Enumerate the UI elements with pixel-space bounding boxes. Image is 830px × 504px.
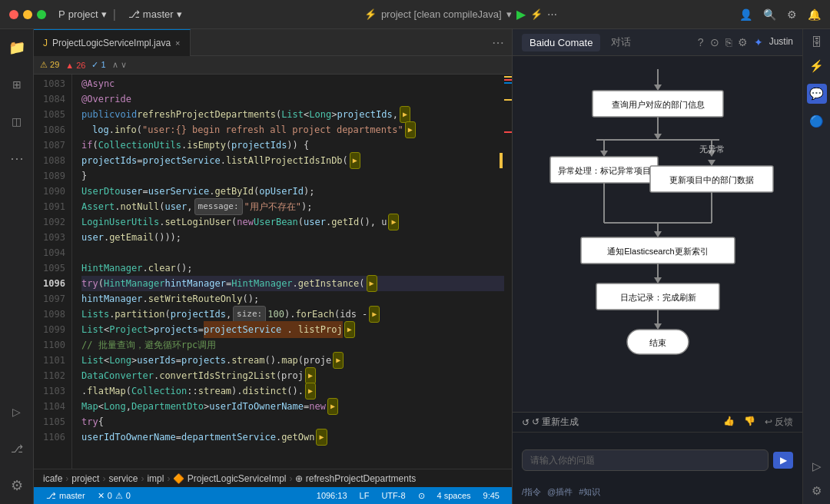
breadcrumb-item[interactable]: impl — [147, 473, 164, 484]
code-line: DataConverter . convertIdsString2List (p… — [81, 368, 504, 383]
settings-icon[interactable]: ⚙ — [787, 8, 797, 21]
code-line: LoginUserUtils . setLoginUser ( new User… — [81, 214, 504, 230]
git-branch-status[interactable]: ⎇ master — [40, 487, 91, 504]
flowchart-area: 查询用户对应的部门信息 异常处理：标记异常项目 无异常 — [513, 56, 802, 412]
line-ending[interactable]: LF — [354, 487, 376, 504]
close-button[interactable] — [9, 10, 18, 19]
tab-more-button[interactable]: ⋯ — [484, 35, 512, 50]
minimize-button[interactable] — [23, 10, 32, 19]
title-bar: P project ▾ | ⎇ master ▾ ⚡ project [clea… — [0, 0, 830, 29]
notification-bell-icon[interactable]: 🔔 — [808, 8, 821, 21]
sidebar-item-components[interactable]: ◫ — [5, 109, 29, 134]
status-bar: ⎇ master ✕ 0 ⚠ 0 1096:13 LF UTF-8 ⊙ — [34, 487, 512, 504]
run-button[interactable]: ▶ — [516, 7, 526, 22]
breadcrumb-item[interactable]: project — [71, 473, 99, 484]
right-bottom: ↺ ↺ 重新生成 👍 👎 ↩ 反馈 ▶ /指令 — [513, 412, 802, 504]
debug-icon[interactable]: ⚡ — [530, 8, 543, 20]
thumbs-up-button[interactable]: 👍 — [723, 416, 735, 429]
maximize-button[interactable] — [37, 10, 46, 19]
plugin-hint[interactable]: @插件 — [547, 486, 573, 498]
sidebar-right-chat-active[interactable]: 💬 — [807, 84, 827, 104]
svg-text:无异常: 无异常 — [699, 144, 724, 154]
account-icon[interactable]: 👤 — [739, 8, 752, 21]
code-line: } — [81, 168, 504, 184]
sidebar-item-settings[interactable]: ⚙ — [5, 473, 29, 498]
code-line: UserDto user = userService . getById ( o… — [81, 184, 504, 199]
nav-arrows[interactable]: ∧ ∨ — [112, 60, 127, 70]
breadcrumb-separator: › — [141, 473, 144, 484]
feedback-button[interactable]: ↩ 反馈 — [765, 416, 793, 429]
tab-filename: ProjectLogicServiceImpl.java — [52, 38, 171, 48]
chat-input[interactable] — [522, 449, 769, 471]
tab-baidu-comate[interactable]: Baidu Comate — [522, 34, 600, 51]
share-icon[interactable]: ⊙ — [710, 36, 719, 48]
breadcrumb-item[interactable]: icafe — [43, 473, 62, 484]
slash-commands-hint[interactable]: /指令 — [522, 486, 541, 498]
more-icon[interactable]: ⋯ — [547, 8, 557, 20]
separator: | — [113, 8, 116, 22]
error-count[interactable]: ▲ 26 — [65, 61, 85, 70]
indent-status[interactable]: 4 spaces — [431, 487, 477, 504]
sidebar-right-db[interactable]: 🗄 — [811, 35, 822, 48]
svg-text:异常处理：标记异常项目: 异常处理：标记异常项目 — [557, 166, 650, 175]
right-panel: Baidu Comate 对话 ? ⊙ ⎘ ⚙ ✦ Justin — [512, 29, 802, 504]
sidebar-right-settings[interactable]: ⚙ — [812, 484, 822, 498]
search-icon[interactable]: 🔍 — [763, 8, 776, 21]
cursor-position[interactable]: 1096:13 — [310, 487, 354, 504]
chat-input-area: ▶ /指令 @插件 #知识 — [513, 433, 802, 504]
sidebar-item-more[interactable]: ⋯ — [5, 146, 29, 171]
svg-text:日志记录：完成刷新: 日志记录：完成刷新 — [619, 293, 696, 302]
breadcrumb-item[interactable]: 🔶 ProjectLogicServiceImpl — [173, 473, 286, 484]
cursor-icon-status[interactable]: ⊙ — [412, 487, 431, 504]
warning-count[interactable]: ⚠ 29 — [40, 60, 59, 70]
breadcrumb-separator: › — [102, 473, 105, 484]
comate-logo: ✦ — [754, 36, 763, 48]
main-layout: 📁 ⊞ ◫ ⋯ ▷ ⎇ ⚙ J ProjectLogicServiceImpl.… — [0, 29, 830, 504]
regenerate-button[interactable]: ↺ ↺ 重新生成 — [522, 416, 579, 429]
tab-bar: J ProjectLogicServiceImpl.java × ⋯ — [34, 29, 512, 56]
sidebar-item-run[interactable]: ▷ — [5, 400, 29, 424]
scroll-track[interactable] — [504, 75, 512, 469]
regenerate-bar: ↺ ↺ 重新生成 👍 👎 ↩ 反馈 — [513, 413, 802, 433]
project-name[interactable]: P project ▾ — [58, 8, 107, 20]
file-encoding[interactable]: UTF-8 — [375, 487, 411, 504]
breadcrumb-item[interactable]: ⊕ refreshProjectDepartments — [295, 473, 416, 484]
sidebar-right-comate[interactable]: ⚡ — [809, 59, 824, 73]
sidebar-right-debug[interactable]: 🔵 — [809, 114, 824, 128]
user-name: Justin — [769, 36, 793, 48]
code-line: Map < Long , DepartmentDto > userIdToOwn… — [81, 399, 504, 414]
breadcrumb-separator: › — [289, 473, 292, 484]
code-line-active: try ( HintManager hintManager = HintMana… — [81, 276, 504, 291]
check-count[interactable]: ✓ 1 — [91, 60, 105, 70]
code-line: // 批量查询，避免循环rpc调用 — [81, 337, 504, 353]
question-icon[interactable]: ? — [698, 36, 704, 48]
svg-text:结束: 结束 — [649, 338, 666, 347]
breadcrumb-item[interactable]: service — [108, 473, 138, 484]
knowledge-hint[interactable]: #知识 — [579, 486, 600, 498]
svg-marker-5 — [654, 134, 662, 140]
svg-marker-14 — [708, 160, 715, 166]
sidebar-item-explorer[interactable]: 📁 — [5, 35, 29, 60]
sidebar-item-git[interactable]: ⎇ — [5, 436, 29, 461]
sidebar-right-run[interactable]: ▷ — [812, 459, 822, 473]
tab-dialog[interactable]: 对话 — [603, 32, 639, 52]
thumbs-down-button[interactable]: 👎 — [744, 416, 755, 429]
gear-icon[interactable]: ⚙ — [738, 36, 748, 48]
svg-marker-1 — [654, 85, 662, 91]
svg-marker-9 — [600, 151, 608, 157]
sidebar-item-structure[interactable]: ⊞ — [5, 72, 29, 97]
chat-send-button[interactable]: ▶ — [773, 452, 793, 469]
close-tab-button[interactable]: × — [175, 38, 180, 48]
editor-tab[interactable]: J ProjectLogicServiceImpl.java × — [34, 29, 191, 56]
copy-icon[interactable]: ⎘ — [725, 36, 732, 48]
code-editor[interactable]: 1083 1084 1085 1086 1087 1088 1089 1090 … — [34, 75, 512, 469]
run-config-icon: ⚡ — [364, 8, 377, 20]
error-count: 0 — [108, 491, 112, 500]
error-status[interactable]: ✕ 0 ⚠ 0 — [91, 487, 137, 504]
code-line: List < Long > userIds = projects . strea… — [81, 353, 504, 368]
cursor-icon: ⊙ — [418, 491, 425, 501]
branch-selector[interactable]: ⎇ master ▾ — [128, 8, 182, 20]
time-text: 9:45 — [483, 491, 500, 500]
run-configuration[interactable]: ⚡ project [clean compileJava] ▾ ▶ ⚡ ⋯ — [188, 7, 733, 22]
time-display: 9:45 — [477, 487, 506, 504]
